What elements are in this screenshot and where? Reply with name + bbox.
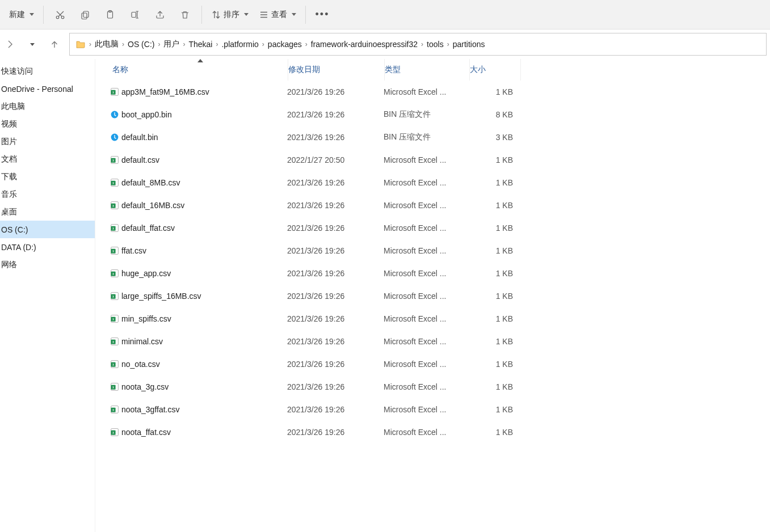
- breadcrumb-segment[interactable]: framework-arduinoespressif32: [311, 40, 418, 49]
- file-row[interactable]: x noota_3g.csv2021/3/26 19:26Microsoft E…: [95, 375, 770, 398]
- copy-button[interactable]: [73, 3, 97, 26]
- chevron-down-icon: [244, 13, 249, 16]
- file-name: noota_ffat.csv: [121, 428, 287, 437]
- column-type[interactable]: 类型: [385, 59, 470, 81]
- file-name: default.bin: [121, 133, 287, 142]
- file-list: x app3M_fat9M_16MB.csv2021/3/26 19:26Mic…: [95, 81, 770, 444]
- excel-file-icon: x: [108, 87, 121, 96]
- file-date: 2021/3/26 19:26: [287, 337, 384, 346]
- new-label: 新建: [9, 10, 25, 20]
- file-row[interactable]: x app3M_fat9M_16MB.csv2021/3/26 19:26Mic…: [95, 81, 770, 103]
- view-icon: [259, 10, 269, 20]
- file-date: 2021/3/26 19:26: [287, 110, 384, 119]
- paste-button[interactable]: [98, 3, 122, 26]
- copy-icon: [80, 10, 90, 20]
- file-type: Microsoft Excel ...: [384, 337, 469, 346]
- file-name: no_ota.csv: [121, 360, 287, 369]
- sidebar-item-label: DATA (D:): [1, 243, 36, 252]
- cut-button[interactable]: [48, 3, 72, 26]
- more-button[interactable]: •••: [310, 3, 334, 26]
- delete-button[interactable]: [173, 3, 197, 26]
- sidebar-item-label: 快速访问: [1, 66, 33, 77]
- breadcrumb-segment[interactable]: partitions: [453, 40, 485, 49]
- view-button[interactable]: 查看: [254, 3, 301, 26]
- file-size: 1 KB: [469, 292, 520, 301]
- breadcrumb[interactable]: › 此电脑›OS (C:)›用户›Thekai›.platformio›pack…: [69, 33, 767, 56]
- column-date-label: 修改日期: [288, 65, 320, 75]
- file-row[interactable]: x minimal.csv2021/3/26 19:26Microsoft Ex…: [95, 330, 770, 353]
- forward-button[interactable]: [0, 34, 20, 54]
- column-size[interactable]: 大小: [470, 59, 521, 81]
- file-date: 2021/3/26 19:26: [287, 223, 384, 233]
- breadcrumb-segment[interactable]: 用户: [163, 39, 179, 49]
- sidebar-item[interactable]: 图片: [0, 133, 95, 150]
- bin-file-icon: [108, 110, 121, 119]
- sidebar-item-label: 视频: [1, 119, 17, 129]
- column-date[interactable]: 修改日期: [288, 59, 385, 81]
- file-row[interactable]: x large_spiffs_16MB.csv2021/3/26 19:26Mi…: [95, 285, 770, 307]
- file-type: Microsoft Excel ...: [384, 269, 469, 278]
- file-name: boot_app0.bin: [121, 110, 287, 119]
- file-size: 1 KB: [469, 201, 520, 210]
- chevron-right-icon: ›: [89, 40, 91, 48]
- file-row[interactable]: x noota_ffat.csv2021/3/26 19:26Microsoft…: [95, 421, 770, 444]
- sidebar-item[interactable]: OS (C:): [0, 221, 95, 238]
- file-type: BIN 压缩文件: [384, 132, 469, 142]
- excel-file-icon: x: [108, 292, 121, 301]
- file-type: Microsoft Excel ...: [384, 201, 469, 210]
- breadcrumb-segment[interactable]: OS (C:): [128, 40, 154, 49]
- breadcrumb-segment[interactable]: 此电脑: [95, 39, 119, 49]
- file-row[interactable]: x min_spiffs.csv2021/3/26 19:26Microsoft…: [95, 307, 770, 330]
- file-row[interactable]: boot_app0.bin2021/3/26 19:26BIN 压缩文件8 KB: [95, 103, 770, 126]
- up-button[interactable]: [44, 34, 65, 54]
- sidebar-item[interactable]: 音乐: [0, 185, 95, 203]
- sidebar-item[interactable]: 桌面: [0, 203, 95, 221]
- file-row[interactable]: x ffat.csv2021/3/26 19:26Microsoft Excel…: [95, 239, 770, 262]
- file-size: 1 KB: [469, 178, 520, 187]
- file-row[interactable]: x default_8MB.csv2021/3/26 19:26Microsof…: [95, 171, 770, 194]
- file-row[interactable]: x default_ffat.csv2021/3/26 19:26Microso…: [95, 217, 770, 239]
- separator: [43, 6, 44, 24]
- file-date: 2021/3/26 19:26: [287, 178, 384, 187]
- more-icon: •••: [315, 9, 330, 20]
- sidebar-item[interactable]: 网络: [0, 256, 95, 273]
- breadcrumb-segment[interactable]: packages: [268, 40, 302, 49]
- breadcrumb-segment[interactable]: tools: [427, 40, 444, 49]
- file-row[interactable]: x default.csv2022/1/27 20:50Microsoft Ex…: [95, 149, 770, 171]
- bin-file-icon: [108, 133, 121, 142]
- sidebar-item[interactable]: 文档: [0, 150, 95, 168]
- separator: [305, 6, 306, 24]
- file-row[interactable]: x no_ota.csv2021/3/26 19:26Microsoft Exc…: [95, 353, 770, 375]
- sidebar-item[interactable]: 下载: [0, 168, 95, 185]
- sidebar-item[interactable]: DATA (D:): [0, 238, 95, 256]
- rename-button[interactable]: [123, 3, 147, 26]
- excel-file-icon: x: [108, 246, 121, 255]
- file-name: minimal.csv: [121, 337, 287, 346]
- file-type: Microsoft Excel ...: [384, 382, 469, 391]
- file-row[interactable]: default.bin2021/3/26 19:26BIN 压缩文件3 KB: [95, 126, 770, 149]
- nav-row: › 此电脑›OS (C:)›用户›Thekai›.platformio›pack…: [0, 29, 770, 59]
- sidebar-item[interactable]: 快速访问: [0, 62, 95, 80]
- share-button[interactable]: [148, 3, 172, 26]
- sidebar-item[interactable]: 视频: [0, 115, 95, 133]
- sidebar-item[interactable]: 此电脑: [0, 98, 95, 115]
- breadcrumb-segment[interactable]: .platformio: [221, 40, 258, 49]
- chevron-down-icon: [30, 13, 34, 16]
- recent-locations-button[interactable]: [25, 34, 40, 54]
- breadcrumb-segment[interactable]: Thekai: [188, 40, 212, 49]
- file-date: 2021/3/26 19:26: [287, 428, 384, 437]
- excel-file-icon: x: [108, 382, 121, 391]
- file-type: Microsoft Excel ...: [384, 360, 469, 369]
- new-button[interactable]: 新建: [2, 3, 39, 26]
- sort-button[interactable]: 排序: [207, 3, 253, 26]
- column-type-label: 类型: [385, 65, 401, 75]
- file-row[interactable]: x huge_app.csv2021/3/26 19:26Microsoft E…: [95, 262, 770, 285]
- file-size: 1 KB: [469, 314, 520, 323]
- column-name[interactable]: 名称: [112, 59, 288, 81]
- sidebar-item-label: 桌面: [1, 207, 17, 217]
- file-row[interactable]: x default_16MB.csv2021/3/26 19:26Microso…: [95, 194, 770, 217]
- svg-rect-6: [132, 12, 136, 17]
- file-row[interactable]: x noota_3gffat.csv2021/3/26 19:26Microso…: [95, 398, 770, 421]
- sidebar-item[interactable]: OneDrive - Personal: [0, 80, 95, 98]
- chevron-right-icon: ›: [447, 40, 449, 48]
